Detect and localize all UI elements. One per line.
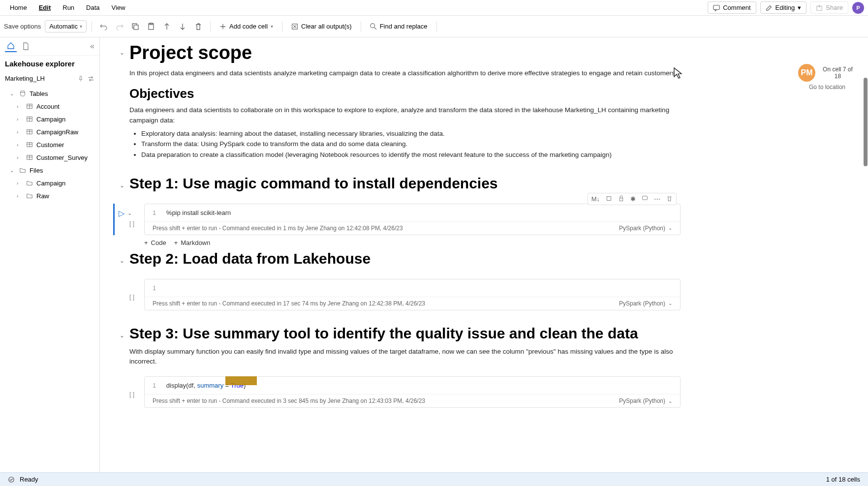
objectives-heading: Objectives [129, 86, 681, 101]
collaborator-panel: PM On cell 7 of 18 Go to location [795, 61, 859, 93]
code-cell-3[interactable]: [ ] 1 display(df, summary = True) Press … [115, 376, 681, 408]
menu-home[interactable]: Home [4, 2, 33, 13]
move-down-icon[interactable] [176, 20, 189, 33]
svg-rect-16 [643, 196, 648, 199]
share-button[interactable]: Share [810, 1, 848, 14]
editing-dropdown[interactable]: Editing ▾ [760, 1, 807, 14]
move-up-icon[interactable] [160, 20, 174, 33]
collapse-sidebar-icon[interactable]: « [90, 42, 94, 51]
collapse-icon[interactable]: ⌄ [120, 182, 124, 189]
run-hint: Press shift + enter to run [153, 300, 217, 307]
menu-run[interactable]: Run [57, 2, 80, 13]
pin-icon[interactable] [78, 76, 84, 82]
code-editor[interactable]: 1 [145, 279, 680, 297]
tree-item-campaign[interactable]: ›Campaign [0, 113, 99, 125]
step1-heading: Step 1: Use magic command to install dep… [129, 175, 681, 192]
chevron-down-icon: ⌄ [668, 225, 672, 231]
tree-item-tables[interactable]: ⌄Tables [0, 87, 99, 100]
collapse-icon[interactable]: ⌄ [120, 332, 124, 339]
comment-button[interactable]: Comment [708, 1, 756, 14]
chevron-icon[interactable]: ⌄ [10, 91, 16, 96]
chevron-down-icon: ▾ [798, 4, 801, 11]
chevron-icon[interactable]: › [17, 155, 23, 160]
add-cell-bar: + Code + Markdown [144, 235, 681, 250]
markdown-cell-intro[interactable]: ⌄ Project scope In this project data eng… [115, 42, 681, 160]
table-icon [26, 115, 33, 123]
redo-icon[interactable] [113, 20, 126, 33]
tree-item-campaignraw[interactable]: ›CampaignRaw [0, 125, 99, 138]
menu-data[interactable]: Data [80, 2, 105, 13]
collaborator-avatar[interactable]: PM [798, 64, 815, 82]
chevron-icon[interactable]: › [17, 129, 23, 135]
add-code-cell-button[interactable]: Add code cell ▾ [216, 21, 277, 32]
run-cell-icon[interactable]: ▷ [119, 209, 124, 218]
notebook-canvas: PM On cell 7 of 18 Go to location ⌄ Proj… [100, 37, 868, 472]
pencil-icon [766, 4, 773, 11]
cell-chevron-icon[interactable]: ⌄ [127, 210, 132, 216]
cell-freeze-icon[interactable]: ✱ [629, 194, 637, 204]
cell-comment-icon[interactable] [640, 194, 650, 204]
convert-md-icon[interactable]: M↓ [590, 194, 601, 204]
cell-lock-icon[interactable] [617, 194, 626, 204]
chevron-icon[interactable]: ⌄ [10, 168, 16, 173]
delete-icon[interactable] [191, 20, 205, 33]
save-mode-select[interactable]: Automatic ▾ [45, 20, 87, 32]
cell-copy-icon[interactable] [604, 194, 614, 204]
tree-item-account[interactable]: ›Account [0, 100, 99, 113]
add-code-button[interactable]: + Code [144, 239, 166, 246]
lakehouse-tab-icon[interactable] [5, 40, 17, 52]
plus-icon [219, 23, 226, 30]
step3-desc: With display summary function you can ea… [129, 347, 681, 367]
lang-label[interactable]: PySpark (Python) [619, 300, 665, 307]
add-markdown-button[interactable]: + Markdown [174, 239, 211, 246]
cell-bracket: [ ] [129, 220, 134, 227]
paste-icon[interactable] [144, 20, 158, 33]
svg-point-17 [9, 477, 14, 482]
user-avatar[interactable]: P [852, 2, 864, 14]
code-cell-2[interactable]: [ ] 1 Press shift + enter to run - Comma… [115, 279, 681, 310]
status-cells: 1 of 18 cells [826, 476, 860, 483]
svg-rect-0 [713, 5, 719, 9]
clear-output-button[interactable]: Clear all output(s) [287, 21, 356, 32]
code-editor[interactable]: 1 %pip install scikit-learn [145, 204, 680, 221]
scrollbar[interactable] [862, 58, 868, 472]
cell-delete-icon[interactable] [665, 194, 674, 204]
undo-icon[interactable] [97, 20, 111, 33]
cell-more-icon[interactable]: ⋯ [652, 194, 662, 204]
lakehouse-name[interactable]: Marketing_LH [5, 75, 74, 82]
tree-item-campaign[interactable]: ›Campaign [0, 177, 99, 189]
tree-item-customer_survey[interactable]: ›Customer_Survey [0, 151, 99, 164]
chevron-icon[interactable]: › [17, 142, 23, 148]
files-tab-icon[interactable] [20, 40, 31, 52]
chevron-icon[interactable]: › [17, 181, 23, 186]
copy-icon[interactable] [128, 20, 142, 33]
chevron-icon[interactable]: › [17, 104, 23, 109]
svg-point-8 [21, 91, 25, 93]
explorer-tree: ⌄Tables›Account›Campaign›CampaignRaw›Cus… [0, 85, 99, 204]
tree-item-customer[interactable]: ›Customer [0, 138, 99, 151]
markdown-cell-step3[interactable]: ⌄ Step 3: Use summary tool to identify t… [115, 325, 681, 370]
highlight-overlay [225, 376, 257, 385]
find-replace-button[interactable]: Find and replace [366, 21, 432, 32]
tree-item-raw[interactable]: ›Raw [0, 189, 99, 202]
chevron-icon[interactable]: › [17, 193, 23, 199]
table-icon [26, 153, 33, 161]
chevron-icon[interactable]: › [17, 117, 23, 122]
toolbar: Save options Automatic ▾ Add code cell ▾… [0, 16, 868, 37]
project-scope-heading: Project scope [129, 42, 681, 63]
table-icon [26, 128, 33, 136]
collapse-icon[interactable]: ⌄ [120, 257, 124, 264]
swap-icon[interactable] [88, 75, 94, 82]
lang-label[interactable]: PySpark (Python) [619, 397, 665, 404]
go-to-location-link[interactable]: Go to location [798, 84, 856, 91]
markdown-cell-step2[interactable]: ⌄ Step 2: Load data from Lakehouse [115, 250, 681, 272]
folder-icon [26, 179, 33, 187]
sidebar: « Lakehouse explorer Marketing_LH ⌄Table… [0, 37, 100, 472]
code-cell-1[interactable]: M↓ ✱ ⋯ ▷ ⌄ [ ] 1 %pip install scikit- [113, 204, 681, 235]
lang-label[interactable]: PySpark (Python) [619, 225, 665, 232]
menu-view[interactable]: View [106, 2, 131, 13]
menu-edit[interactable]: Edit [33, 2, 57, 13]
tree-item-files[interactable]: ⌄Files [0, 164, 99, 177]
collapse-icon[interactable]: ⌄ [120, 49, 124, 56]
db-icon [19, 90, 27, 97]
